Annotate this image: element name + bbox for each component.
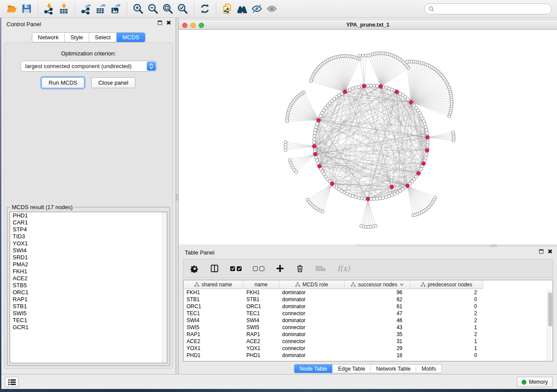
refresh-view-button[interactable] (197, 2, 212, 16)
tab-style[interactable]: Style (65, 33, 89, 42)
open-session-button[interactable] (4, 2, 19, 16)
run-mcds-button[interactable]: Run MCDS (42, 77, 84, 88)
network-node[interactable] (452, 131, 455, 134)
table-row[interactable]: FKH1FKH1dominator962 (183, 289, 547, 296)
memory-button[interactable]: Memory (517, 377, 553, 387)
list-item[interactable]: CAR1 (10, 219, 167, 226)
network-node[interactable] (294, 170, 298, 173)
mcds-dominator-node[interactable] (395, 90, 399, 94)
network-node[interactable] (426, 131, 429, 134)
network-node[interactable] (424, 156, 427, 159)
network-node[interactable] (357, 196, 360, 199)
scrollbar-thumb[interactable] (548, 292, 552, 327)
mcds-result-list[interactable]: PHD1CAR1STP4TID3YOX1SWI4SRD1PMA2FKH1ACE2… (10, 212, 167, 363)
network-node[interactable] (361, 54, 364, 57)
list-item[interactable]: ACE2 (10, 275, 167, 282)
mcds-dominator-node[interactable] (362, 84, 366, 88)
tab-select[interactable]: Select (89, 33, 117, 42)
result-scrollbar[interactable] (162, 212, 167, 363)
list-item[interactable]: SWI4 (10, 247, 167, 254)
export-table-button[interactable] (93, 2, 108, 16)
close-panel-icon[interactable]: ✖ (166, 21, 171, 25)
mcds-dominator-node[interactable] (409, 100, 413, 104)
network-node[interactable] (375, 84, 378, 87)
network-node[interactable] (426, 141, 429, 144)
network-node[interactable] (378, 197, 381, 200)
mcds-dominator-node[interactable] (422, 162, 426, 165)
float-panel-icon[interactable] (158, 21, 162, 25)
list-item[interactable]: TID3 (10, 233, 167, 240)
first-neighbors-button[interactable] (235, 2, 249, 16)
table-row[interactable]: PHD1PHD1dominator180 (183, 352, 547, 359)
network-node[interactable] (313, 138, 316, 141)
network-node[interactable] (434, 196, 437, 199)
network-node[interactable] (313, 131, 316, 134)
column-header-successor-nodes[interactable]: successor nodes (345, 280, 410, 289)
network-node[interactable] (314, 128, 317, 131)
list-item[interactable]: FKH1 (10, 268, 167, 275)
network-node[interactable] (425, 128, 428, 131)
table-scrollbar[interactable] (547, 289, 553, 361)
task-history-button[interactable] (5, 377, 19, 387)
close-panel-button[interactable]: Close panel (91, 77, 135, 88)
list-item[interactable]: ORC1 (10, 289, 167, 296)
zoom-in-button[interactable] (131, 2, 145, 16)
import-table-button[interactable] (56, 2, 71, 16)
network-node[interactable] (284, 148, 287, 151)
column-header-name[interactable]: name (243, 280, 279, 289)
mcds-dominator-node[interactable] (417, 172, 421, 175)
mcds-dominator-node[interactable] (405, 184, 409, 188)
tab-network-table[interactable]: Network Table (371, 364, 416, 373)
network-node[interactable] (374, 224, 377, 227)
import-network-button[interactable] (42, 2, 56, 16)
table-settings-button[interactable] (190, 265, 199, 273)
zoom-selected-button[interactable] (175, 2, 190, 16)
network-node[interactable] (381, 196, 384, 199)
network-node[interactable] (369, 84, 372, 87)
list-item[interactable]: STB5 (10, 282, 167, 289)
mcds-dominator-node[interactable] (314, 152, 318, 156)
splitter-grip[interactable] (176, 194, 178, 200)
save-session-button[interactable] (19, 2, 34, 16)
list-item[interactable]: PHD1 (10, 212, 167, 219)
list-item[interactable]: YOX1 (10, 240, 167, 247)
table-row[interactable]: SWI4SWI4dominator462 (183, 317, 547, 324)
table-row[interactable]: RAP1RAP1dominator352 (183, 331, 547, 338)
network-titlebar[interactable]: YPA_prune.txt_1 (179, 20, 557, 30)
list-item[interactable]: RAP1 (10, 296, 167, 303)
table-row[interactable]: SWI5SWI5connector431 (183, 324, 547, 331)
close-panel-icon[interactable]: ✖ (547, 249, 553, 254)
criterion-select[interactable]: largest connected component (undirected) (21, 61, 157, 72)
tab-mcds[interactable]: MCDS (117, 33, 145, 42)
column-header-mcds-role[interactable]: MCDS role (279, 280, 345, 289)
mcds-dominator-node[interactable] (425, 148, 429, 152)
float-panel-icon[interactable] (539, 249, 543, 254)
vertical-splitter[interactable] (176, 18, 179, 374)
list-item[interactable]: SRD1 (10, 254, 167, 261)
list-item[interactable]: PMA2 (10, 261, 167, 268)
list-item[interactable]: GCR1 (10, 324, 167, 331)
network-node[interactable] (360, 197, 363, 200)
network-node[interactable] (384, 86, 387, 89)
network-node[interactable] (425, 153, 428, 156)
network-node[interactable] (405, 60, 408, 63)
zoom-out-button[interactable] (145, 2, 160, 16)
table-row[interactable]: STB1STB1dominator620 (183, 296, 547, 303)
table-row[interactable]: TEC1TEC1connector472 (183, 310, 547, 317)
list-item[interactable]: STP4 (10, 226, 167, 233)
add-column-button[interactable] (276, 264, 284, 273)
table-row[interactable]: ORC1ORC1dominator610 (183, 303, 547, 310)
mcds-dominator-node[interactable] (330, 182, 334, 186)
network-node[interactable] (357, 85, 360, 88)
hide-selected-button[interactable] (249, 2, 264, 16)
list-item[interactable]: STB1 (10, 303, 167, 310)
zoom-fit-button[interactable] (160, 2, 175, 16)
export-network-button[interactable] (79, 2, 93, 16)
search-input[interactable] (436, 6, 547, 12)
node-table[interactable]: shared namenameMCDS rolesuccessor nodesp… (183, 280, 553, 361)
network-node[interactable] (366, 84, 369, 87)
network-node[interactable] (375, 197, 378, 200)
network-node[interactable] (309, 80, 312, 83)
delete-table-button[interactable] (315, 265, 326, 272)
column-visibility-button[interactable] (210, 264, 219, 273)
